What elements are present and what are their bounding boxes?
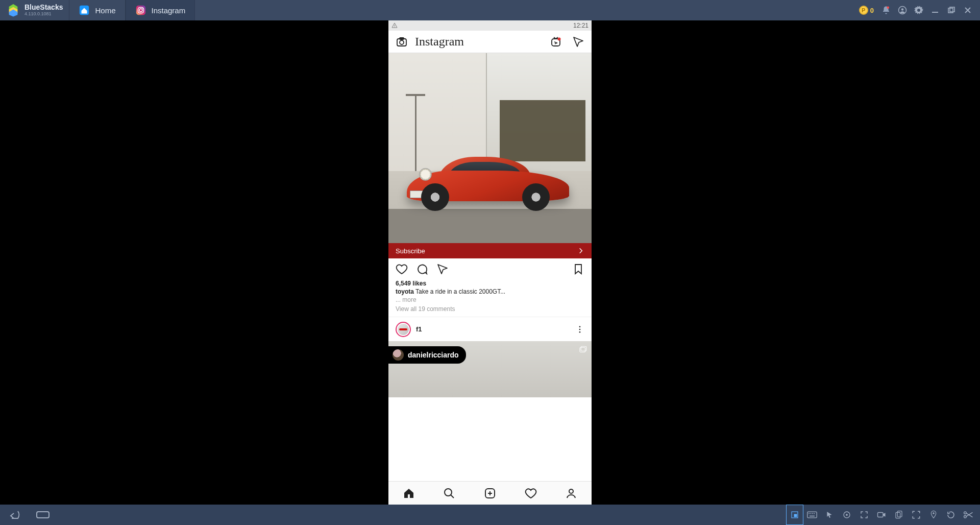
bluestacks-version: 4.110.0.1081 xyxy=(24,12,63,17)
post-caption[interactable]: toyota Take a ride in a classic 2000GT..… xyxy=(388,287,592,296)
svg-point-5 xyxy=(887,7,890,9)
tab-instagram[interactable]: Instagram xyxy=(126,0,195,20)
account-button[interactable] xyxy=(894,0,911,20)
cursor-icon xyxy=(825,511,834,519)
like-icon[interactable] xyxy=(396,263,408,275)
pika-coin-icon: P xyxy=(859,6,868,15)
android-home-button[interactable] xyxy=(29,505,57,525)
pika-points[interactable]: P 0 xyxy=(855,6,878,15)
target-button[interactable] xyxy=(838,505,855,525)
bluestacks-titlebar: BlueStacks 4.110.0.1081 Home Instagram xyxy=(0,0,980,20)
android-status-bar: 12:21 xyxy=(388,20,592,31)
copy-button[interactable] xyxy=(890,505,908,525)
keyboard-icon xyxy=(807,511,817,518)
instagram-header: Instagram xyxy=(388,31,592,53)
toggle-keymap-button[interactable] xyxy=(786,505,803,525)
fullscreen-button[interactable] xyxy=(855,505,873,525)
more-options-icon[interactable] xyxy=(575,325,584,334)
bluestacks-logo[interactable]: BlueStacks 4.110.0.1081 xyxy=(0,0,69,20)
svg-rect-8 xyxy=(932,12,938,13)
keyboard-button[interactable] xyxy=(803,505,821,525)
share-icon[interactable] xyxy=(436,263,449,275)
nav-profile[interactable] xyxy=(551,482,592,505)
rotate-button[interactable] xyxy=(942,505,960,525)
tagged-user-name: danielricciardo xyxy=(408,351,459,359)
comment-icon[interactable] xyxy=(416,263,428,275)
next-post-avatar[interactable] xyxy=(396,322,411,337)
instagram-app-icon xyxy=(135,5,146,16)
tab-instagram-label: Instagram xyxy=(152,6,186,15)
cursor-button[interactable] xyxy=(821,505,838,525)
location-pin-icon xyxy=(930,510,937,519)
expand-corners-button[interactable] xyxy=(908,505,925,525)
svg-rect-30 xyxy=(808,513,810,514)
emulator-viewport: 12:21 Instagram xyxy=(0,20,980,505)
pika-points-value: 0 xyxy=(870,7,874,14)
svg-point-4 xyxy=(142,8,143,9)
svg-point-42 xyxy=(964,516,967,518)
location-button[interactable] xyxy=(925,505,942,525)
svg-point-25 xyxy=(569,489,573,493)
home-icon xyxy=(403,487,415,499)
svg-rect-11 xyxy=(395,25,395,27)
save-icon[interactable] xyxy=(572,263,584,275)
svg-point-18 xyxy=(579,326,581,327)
tab-home[interactable]: Home xyxy=(69,0,125,20)
next-post-image[interactable]: danielricciardo xyxy=(388,341,592,397)
camera-icon[interactable] xyxy=(396,36,408,48)
nav-add[interactable] xyxy=(470,482,510,505)
heart-icon xyxy=(525,487,537,499)
svg-point-7 xyxy=(901,8,904,11)
search-icon xyxy=(443,487,455,499)
view-comments-link[interactable]: View all 19 comments xyxy=(388,303,592,317)
screenshot-button[interactable] xyxy=(960,505,977,525)
instagram-logo-text: Instagram xyxy=(415,35,464,49)
next-post-username[interactable]: f1 xyxy=(416,325,422,333)
svg-point-20 xyxy=(579,331,581,332)
tagged-user-avatar xyxy=(393,349,404,361)
svg-point-19 xyxy=(579,328,581,330)
subscribe-banner[interactable]: Subscribe xyxy=(388,243,592,258)
svg-rect-26 xyxy=(37,512,49,518)
expand-icon xyxy=(912,510,921,519)
nav-search[interactable] xyxy=(429,482,470,505)
svg-point-23 xyxy=(445,489,452,496)
maximize-button[interactable] xyxy=(943,0,960,20)
svg-point-14 xyxy=(400,40,404,44)
nav-home[interactable] xyxy=(388,482,429,505)
fullscreen-icon xyxy=(860,510,869,519)
tab-home-label: Home xyxy=(95,6,115,15)
caption-more[interactable]: ... more xyxy=(388,296,592,303)
minimize-button[interactable] xyxy=(927,0,943,20)
gallery-indicator-icon xyxy=(578,345,587,354)
svg-point-17 xyxy=(558,37,561,40)
tagged-user-pill[interactable]: danielricciardo xyxy=(388,346,466,364)
notifications-button[interactable] xyxy=(878,0,894,20)
direct-message-icon[interactable] xyxy=(572,36,584,48)
svg-rect-1 xyxy=(136,6,145,15)
post-image[interactable] xyxy=(388,53,592,243)
svg-rect-38 xyxy=(896,512,900,518)
svg-rect-13 xyxy=(397,39,406,46)
status-time: 12:21 xyxy=(573,22,589,29)
settings-button[interactable] xyxy=(911,0,927,20)
bluestacks-bottom-toolbar xyxy=(0,505,980,525)
bell-icon xyxy=(881,6,891,15)
svg-rect-37 xyxy=(878,513,884,517)
videocam-icon xyxy=(877,511,886,518)
svg-rect-21 xyxy=(580,348,585,352)
next-post-header: f1 xyxy=(388,317,592,341)
likes-count[interactable]: 6,549 likes xyxy=(388,280,592,287)
svg-rect-34 xyxy=(810,516,815,517)
nav-activity[interactable] xyxy=(510,482,551,505)
igtv-icon[interactable] xyxy=(550,36,562,48)
bluestacks-logo-icon xyxy=(6,3,20,17)
android-back-button[interactable] xyxy=(0,505,29,525)
close-button[interactable] xyxy=(960,0,976,20)
warning-icon xyxy=(391,22,398,29)
back-icon xyxy=(8,510,21,520)
instagram-feed[interactable]: Subscribe 6,549 likes xyxy=(388,53,592,481)
svg-rect-39 xyxy=(897,511,902,517)
camera-button[interactable] xyxy=(873,505,890,525)
svg-point-41 xyxy=(964,512,967,514)
